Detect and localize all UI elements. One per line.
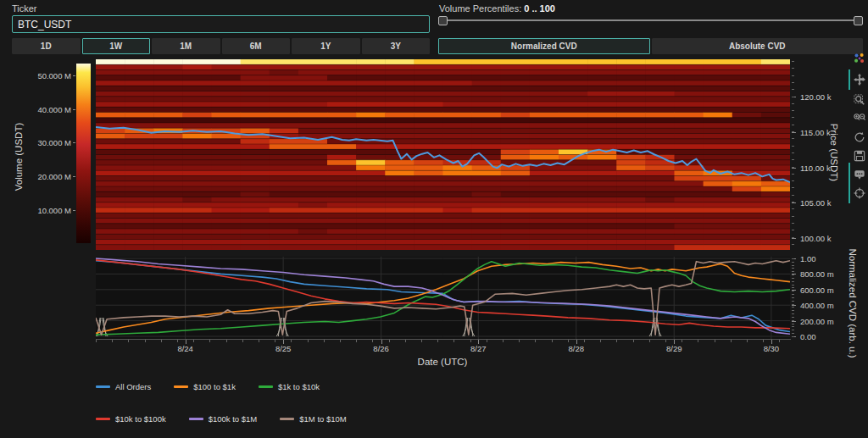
legend-label: $100k to $1M [209,414,258,424]
colorbar-tick-mark [73,109,75,110]
plotly-logo-icon[interactable] [854,53,865,64]
x-minor-tick [421,340,422,342]
volume-percentiles-label: Volume Percentiles: 0 .. 100 [439,3,555,14]
pan-icon[interactable] [854,74,865,86]
cvd-minor-tick [792,317,794,318]
x-axis-line [96,339,791,340]
x-tick-label: 8/26 [370,344,393,353]
cvd-minor-tick [792,304,794,305]
cvd-tick-label: 200.00 m [800,317,834,326]
legend-item[interactable]: $100k to $1M [189,414,258,424]
normalized-cvd-canvas[interactable] [96,257,790,339]
legend-swatch [96,385,110,388]
cvd-minor-tick [792,271,794,272]
x-tick-label: 8/27 [466,344,490,353]
modebar-active-indicator-pan [849,69,850,90]
volume-percentiles-value: 0 .. 100 [524,3,555,14]
cvd-minor-tick [792,287,794,288]
price-minor-tick [792,244,794,245]
hover-closest-icon[interactable] [854,169,865,180]
timeframe-button-6m[interactable]: 6M [222,38,291,54]
cvd-minor-tick [792,324,794,324]
cvd-mode-button-group: Normalized CVD Absolute CVD [438,38,863,54]
legend-swatch [280,418,294,420]
x-tick-label: 8/28 [565,344,588,353]
legend-item[interactable]: $1k to $10k [259,382,320,391]
timeframe-button-1d[interactable]: 1D [12,38,81,54]
legend-item[interactable]: $1M to $10M [280,414,346,424]
x-minor-tick [682,340,682,342]
volume-percentiles-slider[interactable] [438,14,863,26]
cvd-minor-tick [792,294,794,295]
price-minor-tick [792,223,794,224]
cvd-minor-tick [792,274,794,275]
price-minor-tick [792,110,794,111]
legend-row-1: All Orders$100 to $1k$1k to $10k [96,382,320,391]
price-minor-tick [792,237,794,238]
legend-label: $100 to $1k [193,382,236,391]
colorbar-tick-mark [73,142,75,143]
x-minor-tick [633,340,634,342]
x-minor-tick [779,340,780,342]
x-minor-tick [275,340,275,342]
legend-label: $10k to $100k [115,414,166,424]
x-minor-tick [535,340,536,342]
cvd-tick-label: 1.00 [800,254,816,263]
price-minor-tick [792,97,794,97]
autoscale-icon[interactable] [854,131,865,143]
price-minor-tick [792,152,794,153]
cvd-minor-tick [792,281,794,282]
legend-row-2: $10k to $100k$100k to $1M$1M to $10M [96,414,347,424]
price-minor-tick [792,82,794,83]
timeframe-button-1w[interactable]: 1W [82,38,151,54]
volume-heatmap-canvas[interactable] [96,59,790,250]
save-icon[interactable] [854,150,865,162]
timeframe-button-1y[interactable]: 1Y [292,38,360,54]
volume-colorbar [76,64,91,243]
cvd-minor-tick [792,310,794,311]
x-minor-tick [763,340,764,342]
price-minor-tick [792,146,794,147]
x-minor-tick [209,340,210,342]
colorbar-tick-mark [73,75,75,76]
spikelines-icon[interactable] [854,187,865,199]
price-minor-tick [792,125,794,125]
x-tick-label: 8/25 [271,344,295,353]
price-minor-tick [792,89,794,90]
colorbar-tick-label: 40.000 M [31,105,71,114]
price-tick-label: 105.00 k [800,198,831,208]
ticker-input[interactable] [12,15,430,33]
legend-item[interactable]: $10k to $100k [96,414,166,424]
cvd-tick-mark [792,305,796,306]
zoom-in-out-icon[interactable] [854,113,865,125]
cvd-minor-tick [792,330,794,330]
x-minor-tick [552,340,553,342]
cvd-minor-tick [792,291,794,291]
legend-item[interactable]: $100 to $1k [174,382,236,391]
normalized-cvd-button[interactable]: Normalized CVD [438,38,650,54]
slider-handle-min[interactable] [438,16,448,25]
cvd-minor-tick [792,258,794,259]
cvd-tick-label: 600.00 m [800,286,834,295]
price-minor-tick [792,216,794,217]
price-minor-tick [792,195,794,196]
cvd-minor-tick [792,265,794,266]
colorbar-tick-label: 50.000 M [31,71,71,80]
price-tick-mark [792,202,796,203]
x-minor-tick [145,340,146,342]
price-tick-mark [792,238,796,239]
x-minor-tick [747,340,748,342]
slider-rail[interactable] [442,19,860,21]
box-zoom-icon[interactable] [854,94,865,106]
slider-handle-max[interactable] [854,16,863,25]
cvd-minor-tick [792,313,794,314]
price-minor-tick [792,167,794,168]
timeframe-button-3y[interactable]: 3Y [362,38,431,54]
legend-item[interactable]: All Orders [96,382,151,391]
absolute-cvd-button[interactable]: Absolute CVD [652,38,864,54]
x-minor-tick [193,340,194,342]
x-minor-tick [698,340,698,342]
price-minor-tick [792,208,794,209]
timeframe-button-1m[interactable]: 1M [152,38,220,54]
modebar-active-indicator-hover [849,163,850,203]
